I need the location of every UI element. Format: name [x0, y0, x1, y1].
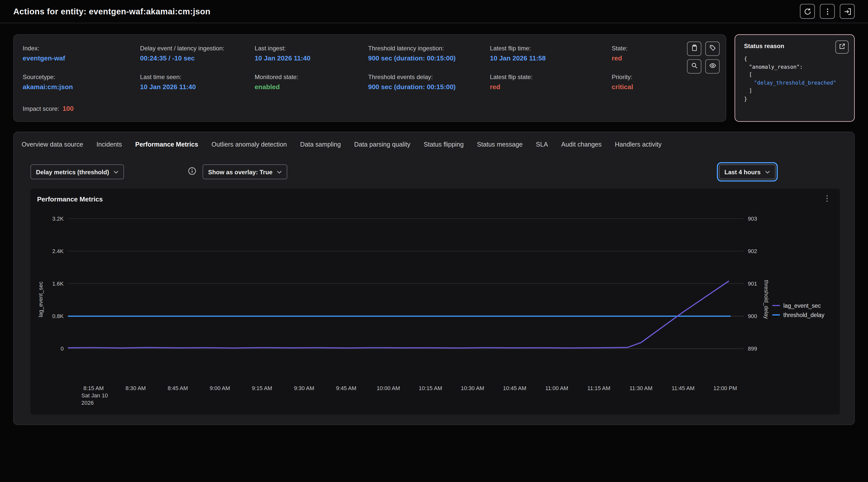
kebab-menu-icon: [824, 7, 831, 15]
svg-text:9:45 AM: 9:45 AM: [336, 385, 356, 391]
metric-info-button[interactable]: [187, 167, 196, 176]
summary-field: Delay event / latency ingestion:00:24:35…: [140, 45, 255, 62]
summary-grid: Index:eventgen-wafSourcetype:akamai:cm:j…: [23, 45, 717, 91]
field-value[interactable]: 10 Jan 2026 11:40: [255, 54, 368, 62]
field-value[interactable]: akamai:cm:json: [23, 83, 140, 91]
refresh-button[interactable]: [800, 4, 815, 19]
summary-column: Index:eventgen-wafSourcetype:akamai:cm:j…: [23, 45, 140, 91]
refresh-icon: [804, 7, 811, 15]
overlay-dropdown[interactable]: Show as overlay: True: [203, 164, 287, 179]
field-value[interactable]: 900 sec (duration: 00:15:00): [368, 54, 490, 62]
performance-chart-svg: 00.8K1.6K2.4K3.2K8999009019029038:15 AM8…: [30, 189, 840, 415]
tab-performance-metrics[interactable]: Performance Metrics: [135, 141, 198, 148]
field-label: Threshold latency ingestion:: [368, 45, 490, 52]
status-reason-title: Status reason: [744, 42, 845, 49]
svg-text:901: 901: [748, 281, 757, 287]
summary-field: Index:eventgen-waf: [23, 45, 140, 62]
svg-text:11:45 AM: 11:45 AM: [672, 385, 694, 391]
chart-legend: lag_event_secthreshold_delay: [772, 302, 825, 318]
svg-text:threshold_delay: threshold_delay: [763, 280, 770, 319]
code-line: "anomaly_reason":: [744, 63, 845, 71]
svg-text:9:30 AM: 9:30 AM: [294, 385, 314, 391]
svg-text:8:45 AM: 8:45 AM: [167, 385, 188, 391]
svg-text:9:15 AM: 9:15 AM: [252, 385, 272, 391]
series-line-lag_event_sec: [68, 281, 728, 348]
tags-button[interactable]: [705, 41, 720, 56]
tab-sla[interactable]: SLA: [536, 141, 548, 148]
legend-label: lag_event_sec: [783, 302, 821, 309]
tab-incidents[interactable]: Incidents: [96, 141, 122, 148]
legend-item-threshold_delay[interactable]: threshold_delay: [772, 312, 825, 318]
field-value[interactable]: 10 Jan 2026 11:58: [490, 54, 612, 62]
metric-dropdown-label: Delay metrics (threshold): [36, 168, 109, 175]
tab-outliers-anomaly-detection[interactable]: Outliers anomaly detection: [212, 141, 287, 148]
page-header: Actions for entity: eventgen-waf:akamai:…: [0, 0, 868, 23]
legend-swatch: [772, 305, 780, 306]
svg-text:lag_event_sec: lag_event_sec: [37, 282, 44, 317]
exit-icon: [843, 7, 851, 15]
field-value[interactable]: 10 Jan 2026 11:40: [140, 83, 255, 91]
status-reason-open-button[interactable]: [835, 40, 848, 54]
clipboard-icon: [691, 44, 698, 53]
svg-text:900: 900: [748, 313, 757, 319]
legend-swatch: [772, 314, 780, 315]
info-icon: [187, 167, 196, 177]
search-icon: [691, 62, 698, 71]
app-root: Actions for entity: eventgen-waf:akamai:…: [0, 0, 868, 482]
watch-button[interactable]: [705, 59, 720, 73]
field-label: Monitored state:: [255, 73, 368, 81]
performance-metrics-chart-panel: Performance Metrics ⋮ 00.8K1.6K2.4K3.2K8…: [30, 189, 840, 415]
legend-label: threshold_delay: [783, 312, 825, 318]
field-value[interactable]: 900 sec (duration: 00:15:00): [368, 83, 490, 91]
search-button[interactable]: [687, 59, 701, 73]
time-range-dropdown[interactable]: Last 4 hours: [719, 164, 776, 179]
summary-field: Last ingest:10 Jan 2026 11:40: [255, 45, 368, 62]
field-label: Last time seen:: [140, 73, 255, 81]
summary-column: Last ingest:10 Jan 2026 11:40Monitored s…: [255, 45, 368, 91]
svg-text:8:30 AM: 8:30 AM: [125, 385, 146, 391]
field-value[interactable]: 00:24:35 / -10 sec: [140, 54, 255, 62]
tab-overview-data-source[interactable]: Overview data source: [22, 141, 83, 148]
more-actions-button[interactable]: [820, 4, 835, 19]
field-label: Impact score:: [23, 105, 59, 112]
svg-text:11:30 AM: 11:30 AM: [629, 385, 652, 391]
svg-text:12:00 PM: 12:00 PM: [713, 385, 737, 391]
tab-bar: Overview data sourceIncidentsPerformance…: [22, 141, 846, 148]
svg-text:899: 899: [748, 346, 757, 352]
tab-data-sampling[interactable]: Data sampling: [300, 141, 341, 148]
status-reason-code: {"anomaly_reason":["delay_threshold_brea…: [744, 55, 845, 103]
svg-text:10:00 AM: 10:00 AM: [377, 385, 400, 391]
field-label: Threshold events delay:: [368, 73, 490, 81]
code-line: "delay_threshold_breached": [744, 79, 845, 87]
time-range-dropdown-label: Last 4 hours: [724, 168, 761, 175]
tab-handlers-activity[interactable]: Handlers activity: [615, 141, 661, 148]
tab-status-flipping[interactable]: Status flipping: [424, 141, 464, 148]
chevron-down-icon: [114, 170, 119, 173]
code-line: {: [744, 55, 845, 63]
field-label: Index:: [23, 45, 140, 52]
chart-menu-button[interactable]: ⋮: [823, 193, 831, 203]
overlay-dropdown-label: Show as overlay: True: [208, 168, 272, 175]
svg-text:10:45 AM: 10:45 AM: [503, 385, 526, 391]
field-label: Delay event / latency ingestion:: [140, 45, 255, 52]
field-value: enabled: [255, 83, 368, 91]
svg-text:0.8K: 0.8K: [52, 313, 64, 319]
summary-field: Threshold latency ingestion:900 sec (dur…: [368, 45, 490, 62]
tab-audit-changes[interactable]: Audit changes: [561, 141, 601, 148]
field-value[interactable]: eventgen-waf: [23, 54, 140, 62]
tab-status-message[interactable]: Status message: [477, 141, 523, 148]
summary-field: Last time seen:10 Jan 2026 11:40: [140, 73, 255, 91]
legend-item-lag_event_sec[interactable]: lag_event_sec: [772, 302, 825, 309]
svg-text:2.4K: 2.4K: [52, 248, 64, 254]
svg-text:Sat Jan 10: Sat Jan 10: [81, 392, 108, 399]
metric-dropdown[interactable]: Delay metrics (threshold): [30, 164, 124, 179]
chevron-down-icon: [765, 170, 770, 173]
copy-details-button[interactable]: [687, 41, 701, 56]
svg-text:11:00 AM: 11:00 AM: [545, 385, 568, 391]
field-value: critical: [612, 83, 717, 91]
tab-data-parsing-quality[interactable]: Data parsing quality: [354, 141, 410, 148]
field-label: Last ingest:: [255, 45, 368, 52]
svg-text:3.2K: 3.2K: [52, 216, 64, 222]
exit-button[interactable]: [840, 4, 855, 19]
impact-score-field: Impact score:100: [23, 104, 73, 112]
